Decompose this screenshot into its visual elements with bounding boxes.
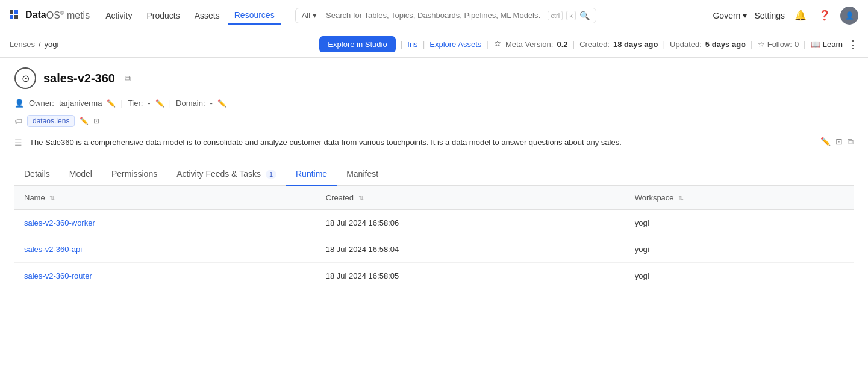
description-row: ☰ The Sale360 is a comprehensive data mo…: [14, 137, 854, 149]
tier-value: -: [148, 99, 150, 108]
chevron-down-icon: ▾: [743, 11, 747, 20]
name-link[interactable]: sales-v2-360-api: [24, 245, 82, 254]
meta-version: Meta Version: 0.2: [493, 40, 568, 49]
svg-rect-1: [14, 10, 18, 14]
cell-workspace: yogi: [625, 236, 854, 262]
follow-count: 0: [795, 40, 799, 49]
explore-studio-button[interactable]: Explore in Studio: [319, 36, 395, 52]
tag-edit-icon[interactable]: ✏️: [80, 117, 89, 125]
table-row: sales-v2-360-worker 18 Jul 2024 16:58:06…: [14, 209, 854, 236]
more-options-button[interactable]: ⋮: [848, 38, 858, 51]
main-content: ⊙ sales-v2-360 ⧉ 👤 Owner: tarjaniverma ✏…: [0, 58, 868, 299]
govern-button[interactable]: Govern ▾: [713, 11, 747, 20]
meta-version-value: 0.2: [557, 40, 567, 49]
name-link[interactable]: sales-v2-360-router: [24, 271, 92, 280]
created-label: Created:: [579, 40, 610, 49]
resource-header: ⊙ sales-v2-360 ⧉: [14, 67, 854, 89]
chevron-down-icon: ▾: [313, 11, 317, 20]
tabs-bar: Details Model Permissions Activity Feeds…: [14, 163, 854, 186]
svg-rect-3: [14, 15, 18, 19]
domain-edit-icon[interactable]: ✏️: [217, 99, 226, 108]
resource-meta-row: 👤 Owner: tarjaniverma ✏️ | Tier: - ✏️ | …: [14, 99, 854, 108]
notifications-button[interactable]: 🔔: [792, 7, 809, 24]
nav-activity[interactable]: Activity: [99, 7, 138, 24]
created-value: 18 days ago: [613, 40, 658, 49]
description-actions: ✏️ ⊡ ⧉: [820, 137, 854, 147]
settings-link[interactable]: Settings: [754, 11, 785, 20]
learn-label: Learn: [823, 40, 843, 49]
owner-label: Owner:: [29, 99, 54, 108]
govern-label: Govern: [713, 11, 740, 20]
tag-icon: 🏷: [14, 117, 22, 126]
logo: DataOS® metis: [10, 10, 90, 20]
table-row: sales-v2-360-router 18 Jul 2024 16:58:05…: [14, 262, 854, 289]
updated-value: 5 days ago: [705, 40, 746, 49]
tab-activity-feeds[interactable]: Activity Feeds & Tasks 1: [167, 163, 286, 186]
svg-rect-0: [10, 10, 13, 14]
description-expand-icon[interactable]: ⊡: [835, 137, 843, 147]
avatar[interactable]: 👤: [840, 7, 858, 25]
col-name: Name ⇅: [14, 186, 316, 210]
lens-icon: ⊙: [22, 73, 30, 84]
logo-icon: [10, 10, 23, 20]
search-shortcut-k: k: [566, 11, 576, 20]
breadcrumb: Lenses / yogi: [10, 40, 58, 49]
nav-products[interactable]: Products: [140, 7, 186, 24]
created-info: Created: 18 days ago: [579, 40, 658, 49]
search-icon[interactable]: 🔍: [579, 11, 590, 20]
book-icon: 📖: [811, 40, 820, 49]
nav-right: Govern ▾ Settings 🔔 ❓ 👤: [713, 7, 858, 25]
tier-edit-icon[interactable]: ✏️: [155, 99, 164, 108]
runtime-table: Name ⇅ Created ⇅ Workspace ⇅ sales-v2-36…: [14, 186, 854, 289]
search-type-label: All: [302, 11, 310, 20]
nav-resources[interactable]: Resources: [228, 7, 281, 25]
sort-name-icon[interactable]: ⇅: [49, 194, 55, 202]
owner-value: tarjaniverma: [59, 99, 102, 108]
updated-info: Updated: 5 days ago: [670, 40, 746, 49]
tab-permissions[interactable]: Permissions: [102, 163, 167, 186]
help-button[interactable]: ❓: [816, 7, 833, 24]
search-bar: All ▾ ctrl k 🔍: [295, 8, 596, 23]
breadcrumb-current: yogi: [45, 40, 59, 49]
tab-manifest[interactable]: Manifest: [337, 163, 388, 186]
updated-label: Updated:: [670, 40, 702, 49]
resource-icon: ⊙: [14, 67, 36, 89]
description-edit-icon[interactable]: ✏️: [820, 137, 831, 147]
nav-assets[interactable]: Assets: [189, 7, 226, 24]
runtime-table-container: Name ⇅ Created ⇅ Workspace ⇅ sales-v2-36…: [14, 186, 854, 289]
tab-runtime[interactable]: Runtime: [286, 163, 337, 186]
copy-icon[interactable]: ⧉: [125, 73, 131, 84]
svg-rect-2: [10, 15, 13, 19]
owner-edit-icon[interactable]: ✏️: [107, 99, 116, 108]
top-nav: DataOS® metis Activity Products Assets R…: [0, 0, 868, 31]
sort-created-icon[interactable]: ⇅: [358, 194, 364, 202]
tier-label: Tier:: [128, 99, 143, 108]
cell-name: sales-v2-360-worker: [14, 209, 316, 236]
meta-version-icon: [493, 40, 502, 49]
breadcrumb-lenses[interactable]: Lenses: [10, 40, 35, 49]
tag-add-icon[interactable]: ⊡: [93, 117, 99, 125]
col-workspace: Workspace ⇅: [625, 186, 854, 210]
meta-version-label: Meta Version:: [505, 40, 554, 49]
tab-details[interactable]: Details: [14, 163, 60, 186]
follow-button[interactable]: ☆ Follow: 0: [758, 40, 799, 49]
name-link[interactable]: sales-v2-360-worker: [24, 218, 95, 227]
domain-label: Domain:: [176, 99, 205, 108]
search-type-dropdown[interactable]: All ▾: [302, 11, 322, 20]
iris-link[interactable]: Iris: [407, 40, 417, 49]
follow-label: Follow:: [767, 40, 792, 49]
tab-model[interactable]: Model: [60, 163, 102, 186]
description-copy-icon[interactable]: ⧉: [848, 137, 854, 147]
cell-created: 18 Jul 2024 16:58:05: [316, 262, 625, 289]
table-row: sales-v2-360-api 18 Jul 2024 16:58:04 yo…: [14, 236, 854, 262]
sort-workspace-icon[interactable]: ⇅: [678, 194, 684, 202]
resource-title: sales-v2-360: [43, 72, 115, 85]
star-icon: ☆: [758, 40, 765, 49]
description-text: The Sale360 is a comprehensive data mode…: [30, 137, 813, 149]
search-input[interactable]: [326, 11, 544, 20]
activity-badge: 1: [266, 170, 276, 179]
learn-button[interactable]: 📖 Learn: [811, 40, 843, 49]
explore-assets-link[interactable]: Explore Assets: [429, 40, 481, 49]
cell-created: 18 Jul 2024 16:58:04: [316, 236, 625, 262]
tag-item[interactable]: dataos.lens: [27, 115, 75, 127]
